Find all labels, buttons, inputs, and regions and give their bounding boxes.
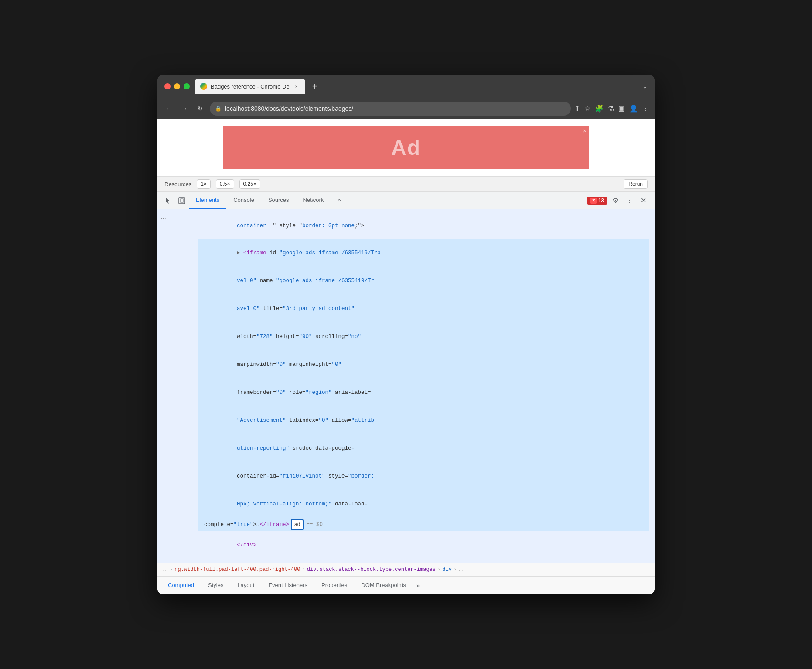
layout-label: Layout	[237, 582, 254, 588]
dom-line1-text: __container__	[230, 223, 273, 229]
error-count: 13	[598, 198, 604, 204]
title-bar-right: ⌄	[642, 83, 648, 90]
dom-attr-title: title=	[260, 306, 283, 312]
dom-cid: container-id=	[230, 473, 280, 479]
dom-line-8: "Advertisement" tabindex="0" allow="attr…	[198, 406, 649, 434]
dom-mh: marginheight=	[286, 362, 332, 368]
dom-scrolling-val: "no"	[348, 334, 361, 340]
dom-line-13: </div>	[198, 531, 649, 559]
cursor-tool-icon[interactable]	[161, 194, 175, 208]
bookmark-icon[interactable]: ☆	[584, 104, 590, 113]
dom-close-iframe: </iframe>	[260, 520, 290, 529]
breadcrumb-bar: … › ng.width-full.pad-left-400.pad-right…	[157, 563, 655, 577]
tab-more-label: »	[338, 197, 341, 203]
dom-line-12: complete="true">…</iframe> ad == $0	[198, 518, 649, 531]
back-button[interactable]: ←	[163, 102, 175, 115]
bc-sep-3: ›	[438, 567, 440, 572]
dom-role: role=	[286, 389, 306, 396]
close-devtools-button[interactable]: ✕	[637, 195, 649, 207]
tab-network-label: Network	[303, 197, 324, 203]
tab-more[interactable]: »	[331, 192, 348, 209]
labs-icon[interactable]: ⚗	[608, 104, 614, 113]
scale-1x-button[interactable]: 1×	[197, 179, 211, 189]
forward-button[interactable]: →	[178, 102, 191, 115]
bottom-tab-styles[interactable]: Styles	[201, 577, 230, 594]
tab-close-button[interactable]: ×	[293, 83, 300, 90]
tab-console[interactable]: Console	[226, 192, 261, 209]
device-icon[interactable]: ▣	[618, 104, 625, 113]
minimize-traffic-light[interactable]	[174, 83, 180, 89]
ad-label: Ad	[391, 136, 421, 160]
bottom-tabs: Computed Styles Layout Event Listeners P…	[157, 577, 655, 594]
profile-icon[interactable]: 👤	[629, 104, 638, 113]
close-traffic-light[interactable]	[164, 83, 171, 89]
properties-label: Properties	[321, 582, 347, 588]
bc-element-3[interactable]: div	[442, 567, 452, 573]
dom-role-val: "region"	[306, 389, 332, 396]
back-icon: ←	[166, 105, 172, 112]
bottom-tab-dom-breakpoints[interactable]: DOM Breakpoints	[354, 577, 413, 594]
dom-line-7: frameborder="0" role="region" aria-label…	[198, 379, 649, 406]
bc-dots-right: …	[458, 567, 464, 573]
dom-srcdoc: srcdoc data-google-	[289, 445, 355, 451]
lock-icon: 🔒	[215, 106, 222, 112]
scale-025x-button[interactable]: 0.25×	[239, 179, 260, 189]
dom-tabindex-val: "0"	[319, 417, 329, 423]
ad-close-button[interactable]: ×	[583, 127, 587, 134]
tab-sources[interactable]: Sources	[261, 192, 296, 209]
bottom-tab-event-listeners[interactable]: Event Listeners	[261, 577, 314, 594]
traffic-lights	[164, 83, 190, 89]
bc-sep-4: ›	[454, 567, 456, 572]
computed-label: Computed	[168, 582, 194, 588]
dom-title-val: "3rd party ad content"	[283, 306, 355, 312]
error-x-icon: ✕	[590, 198, 597, 204]
dom-attr-id: id=	[266, 250, 280, 256]
title-bar: Badges reference - Chrome De × + ⌄	[157, 75, 655, 98]
address-bar-icons: ⬆ ☆ 🧩 ⚗ ▣ 👤 ⋮	[574, 104, 649, 113]
share-icon[interactable]: ⬆	[574, 104, 580, 113]
dom-fb: frameborder=	[230, 389, 276, 396]
settings-button[interactable]: ⚙	[609, 195, 621, 207]
dom-cid-val: "f1ni07lvihot"	[280, 473, 325, 479]
bottom-tab-more-label: »	[416, 582, 420, 589]
tab-elements[interactable]: Elements	[189, 192, 226, 209]
reload-button[interactable]: ↻	[194, 102, 206, 115]
extensions-icon[interactable]: 🧩	[595, 104, 604, 113]
tab-console-label: Console	[233, 197, 254, 203]
dom-line1-quote: " style="	[273, 223, 303, 229]
dom-mh-val: "0"	[332, 362, 342, 368]
devtools-tabs: Elements Console Sources Network » ✕ 13 …	[157, 192, 655, 209]
url-bar[interactable]: 🔒 localhost:8080/docs/devtools/elements/…	[210, 102, 571, 116]
more-options-button[interactable]: ⋮	[623, 195, 635, 207]
dom-complete-val: "true"	[234, 520, 253, 529]
dom-allow-val: "attrib	[351, 417, 375, 423]
ad-banner: Ad ×	[223, 126, 589, 169]
bottom-tab-layout[interactable]: Layout	[230, 577, 261, 594]
bottom-tab-computed[interactable]: Computed	[161, 577, 201, 594]
dom-line-4: avel_0" title="3rd party ad content"	[198, 295, 649, 323]
bc-element-1[interactable]: ng.width-full.pad-left-400.pad-right-400	[174, 567, 300, 573]
inspect-box-icon[interactable]	[175, 194, 189, 208]
active-tab[interactable]: Badges reference - Chrome De ×	[195, 79, 305, 94]
dom-allow: allow=	[328, 417, 351, 423]
bc-sep-1: ›	[171, 567, 172, 572]
menu-icon[interactable]: ⋮	[642, 104, 649, 113]
svg-rect-1	[180, 199, 184, 202]
chevron-down-icon[interactable]: ⌄	[642, 83, 648, 90]
maximize-traffic-light[interactable]	[184, 83, 190, 89]
new-tab-button[interactable]: +	[309, 82, 321, 92]
dom-line-9: ution-reporting" srcdoc data-google-	[198, 434, 649, 462]
dom-border-val: 0px; vertical-align: bottom;"	[230, 501, 332, 507]
dom-id-val2: vel_0"	[230, 278, 256, 284]
bc-element-2[interactable]: div.stack.stack--block.type.center-image…	[307, 567, 436, 573]
dom-aria: aria-label=	[332, 389, 371, 396]
devtools-scale-bar: Resources 1× 0.5× 0.25× Rerun	[157, 176, 655, 192]
dom-tag-iframe: <iframe	[243, 250, 266, 256]
bottom-tab-more[interactable]: »	[413, 582, 423, 589]
dom-content: __container__" style="border: 0pt none;"…	[192, 209, 655, 562]
scale-05x-button[interactable]: 0.5×	[216, 179, 234, 189]
bottom-tab-properties[interactable]: Properties	[314, 577, 354, 594]
rerun-button[interactable]: Rerun	[624, 179, 648, 189]
tab-network[interactable]: Network	[296, 192, 331, 209]
dom-tree-area: ··· __container__" style="border: 0pt no…	[157, 209, 655, 562]
